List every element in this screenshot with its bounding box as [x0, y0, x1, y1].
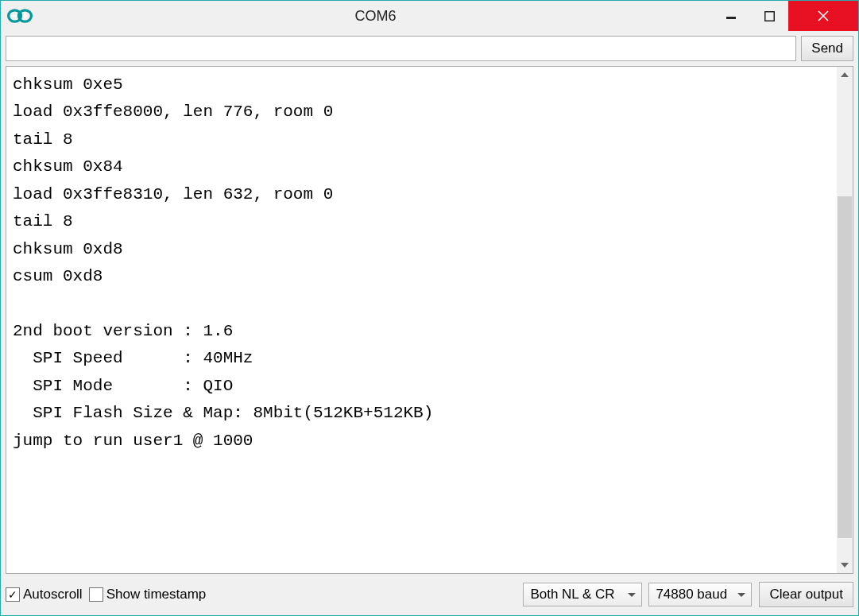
maximize-button[interactable] — [750, 1, 788, 31]
svg-rect-5 — [726, 17, 736, 19]
window-controls — [712, 1, 858, 31]
show-timestamp-label: Show timestamp — [106, 587, 207, 602]
scrollbar-track[interactable] — [837, 83, 853, 557]
scrollbar-thumb[interactable] — [838, 196, 852, 538]
baud-rate-value: 74880 baud — [656, 587, 727, 602]
line-ending-select[interactable]: Both NL & CR — [523, 583, 642, 606]
checkbox-icon — [6, 587, 20, 602]
arduino-logo-icon — [1, 1, 39, 31]
show-timestamp-checkbox[interactable]: Show timestamp — [89, 587, 207, 602]
scroll-up-button[interactable] — [837, 67, 853, 83]
serial-output: chksum 0xe5 load 0x3ffe8000, len 776, ro… — [6, 67, 837, 573]
svg-rect-6 — [764, 11, 774, 21]
serial-input[interactable] — [6, 36, 796, 61]
clear-output-button[interactable]: Clear output — [759, 582, 853, 607]
baud-rate-select[interactable]: 74880 baud — [648, 583, 752, 606]
autoscroll-label: Autoscroll — [23, 587, 83, 602]
autoscroll-checkbox[interactable]: Autoscroll — [6, 587, 83, 602]
send-button[interactable]: Send — [801, 36, 853, 61]
line-ending-value: Both NL & CR — [530, 587, 614, 602]
serial-monitor-window: COM6 Send chksum 0xe5 load 0x3ffe8000, l… — [0, 0, 859, 616]
checkbox-icon — [89, 587, 103, 602]
status-bar: Autoscroll Show timestamp Both NL & CR 7… — [6, 579, 853, 610]
svg-rect-4 — [25, 14, 26, 18]
close-button[interactable] — [788, 1, 858, 31]
output-panel: chksum 0xe5 load 0x3ffe8000, len 776, ro… — [6, 66, 853, 574]
vertical-scrollbar[interactable] — [837, 67, 853, 573]
svg-rect-2 — [12, 15, 17, 17]
window-title: COM6 — [39, 1, 712, 31]
scroll-down-button[interactable] — [837, 557, 853, 573]
minimize-button[interactable] — [712, 1, 750, 31]
input-row: Send — [1, 31, 858, 66]
titlebar: COM6 — [1, 1, 858, 31]
